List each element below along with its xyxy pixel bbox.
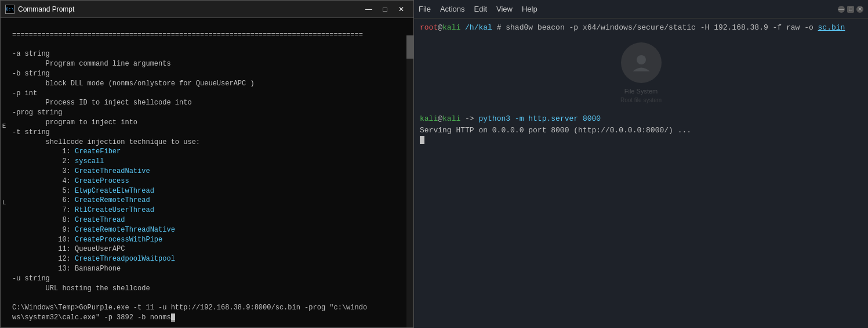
kali-at-2: @ bbox=[438, 113, 442, 125]
menu-actions[interactable]: Actions bbox=[440, 5, 465, 13]
menu-help[interactable]: Help bbox=[522, 5, 537, 13]
kali-cursor bbox=[420, 136, 424, 144]
kali-arrow: -> bbox=[460, 113, 474, 125]
cmd-scrollbar[interactable] bbox=[406, 35, 413, 327]
cmd-window-controls: — □ ✕ bbox=[361, 3, 409, 15]
kali-menu-items: File Actions Edit View Help bbox=[419, 5, 537, 13]
kali-menubar: File Actions Edit View Help — □ ✕ bbox=[414, 0, 868, 19]
kali-image-title: File System bbox=[624, 86, 658, 96]
kali-terminal-window: File Actions Edit View Help — □ ✕ root@k… bbox=[414, 0, 868, 328]
cmd-content: ========================================… bbox=[12, 31, 367, 322]
kali-user-2: kali bbox=[420, 113, 438, 125]
kali-image-subtitle: Root file system bbox=[620, 96, 662, 104]
cmd-body[interactable]: ========================================… bbox=[8, 18, 413, 327]
kali-window-controls: — □ ✕ bbox=[838, 6, 863, 13]
cmd-scrollbar-thumb bbox=[406, 35, 413, 59]
kali-line-2: kali@kali -> python3 -m http.server 8000 bbox=[420, 113, 862, 125]
kali-image-icon bbox=[630, 51, 653, 74]
menu-file[interactable]: File bbox=[419, 5, 431, 13]
kali-host-1: kali bbox=[442, 22, 460, 34]
maximize-button[interactable]: □ bbox=[377, 3, 393, 15]
kali-cmd-1: shad0w beacon -p x64/windows/secure/stat… bbox=[501, 22, 818, 34]
kali-output-1: Serving HTTP on 0.0.0.0 port 8000 (http:… bbox=[420, 125, 862, 136]
kali-python-cmd: python3 -m http.server 8000 bbox=[474, 113, 601, 125]
kali-path-1: /h/kal bbox=[460, 22, 492, 34]
cmd-icon: C:\ bbox=[5, 5, 14, 14]
kali-graphic-area: File System Root file system bbox=[420, 34, 862, 114]
kali-image-circle bbox=[621, 42, 662, 83]
kali-minimize-btn[interactable]: — bbox=[838, 6, 845, 13]
cmd-window: C:\ Command Prompt — □ ✕ E L ===========… bbox=[0, 0, 414, 328]
kali-body[interactable]: root@kali /h/kal # shad0w beacon -p x64/… bbox=[414, 19, 868, 328]
kali-close-btn[interactable]: ✕ bbox=[856, 6, 863, 13]
kali-at-1: @ bbox=[438, 22, 442, 34]
svg-point-0 bbox=[637, 55, 646, 64]
kali-user: root bbox=[420, 22, 438, 34]
cmd-title: Command Prompt bbox=[18, 5, 361, 13]
minimize-button[interactable]: — bbox=[361, 3, 376, 15]
kali-cursor-line bbox=[420, 136, 862, 144]
kali-hash: # bbox=[492, 22, 502, 34]
close-button[interactable]: ✕ bbox=[394, 3, 409, 15]
cmd-titlebar: C:\ Command Prompt — □ ✕ bbox=[1, 1, 413, 18]
kali-line-1: root@kali /h/kal # shad0w beacon -p x64/… bbox=[420, 22, 862, 34]
kali-maximize-btn[interactable]: □ bbox=[847, 6, 854, 13]
cmd-left-edge: E L bbox=[1, 18, 8, 327]
menu-edit[interactable]: Edit bbox=[474, 5, 487, 13]
kali-host-2: kali bbox=[442, 113, 460, 125]
menu-view[interactable]: View bbox=[496, 5, 513, 13]
kali-output-file: sc.bin bbox=[818, 22, 845, 34]
